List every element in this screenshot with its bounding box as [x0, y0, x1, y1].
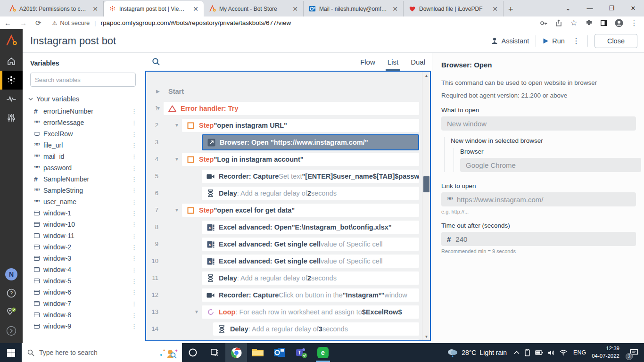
step-row[interactable]: ▶Start	[146, 85, 422, 98]
activity-nav-icon[interactable]	[0, 90, 23, 108]
variable-row[interactable]: window-11⋮	[23, 230, 144, 241]
variable-row[interactable]: window-9⋮	[23, 321, 144, 332]
variable-menu-kebab-icon[interactable]: ⋮	[129, 300, 139, 307]
step-row[interactable]: 14Delay : Add a regular delay of 3 secon…	[146, 322, 422, 336]
browser-tab[interactable]: Download file | iLovePDF✕	[404, 1, 504, 16]
collapse-chevron-down-icon[interactable]: ▼	[174, 123, 179, 128]
chat-app-taskbar-icon[interactable]: e	[312, 343, 334, 362]
variable-menu-kebab-icon[interactable]: ⋮	[129, 119, 139, 126]
variable-row[interactable]: #errorLineNumber⋮	[23, 106, 144, 117]
variable-menu-kebab-icon[interactable]: ⋮	[129, 289, 139, 296]
variable-menu-kebab-icon[interactable]: ⋮	[129, 108, 139, 115]
task-view-icon[interactable]	[204, 343, 225, 362]
step-card[interactable]: Step "open excel for get data"	[182, 204, 419, 217]
collapse-chevron-down-icon[interactable]: ▼	[174, 207, 179, 213]
forward-icon[interactable]: →	[16, 19, 31, 27]
step-card[interactable]: Delay : Add a regular delay of 3 seconds	[213, 322, 419, 336]
close-button[interactable]: Close	[594, 34, 637, 48]
scroll-down-icon[interactable]: ▼	[422, 333, 430, 340]
timeout-input[interactable]: # 240	[441, 232, 636, 246]
run-button[interactable]: Run	[543, 37, 565, 45]
browser-menu-kebab-icon[interactable]: ⋮	[628, 17, 640, 29]
variable-row[interactable]: ””mail_id⋮	[23, 151, 144, 162]
bookmark-star-icon[interactable]: ☆	[568, 17, 580, 29]
variable-row[interactable]: window-3⋮	[23, 253, 144, 264]
your-phone-icon[interactable]	[522, 349, 533, 356]
variable-row[interactable]: ExcelRow⋮	[23, 128, 144, 140]
view-tab-list[interactable]: List	[388, 53, 398, 71]
browser-select[interactable]: Google Chrome	[460, 158, 641, 172]
step-card-selected[interactable]: Browser: Open "https://www.instagram.com…	[202, 134, 419, 150]
step-card[interactable]: Recorder: Capture Set text "[ENTER]$user…	[202, 170, 419, 183]
variable-row[interactable]: ””SampleString⋮	[23, 185, 144, 196]
step-card[interactable]: Error handler: Try	[164, 102, 419, 115]
window-minimize-button[interactable]: —	[579, 0, 601, 16]
volume-icon[interactable]	[545, 350, 557, 356]
scroll-up-icon[interactable]: ▲	[422, 72, 430, 79]
variable-row[interactable]: ””errorMessage⋮	[23, 117, 144, 128]
tab-close-icon[interactable]: ✕	[191, 5, 200, 13]
view-tab-dual[interactable]: Dual	[411, 53, 425, 71]
step-row[interactable]: 10xExcel advanced: Get single cell value…	[146, 255, 422, 268]
bots-nav-icon[interactable]	[0, 71, 23, 90]
variables-search-input[interactable]	[30, 73, 136, 87]
browser-tab[interactable]: My Account - Bot Store✕	[204, 1, 304, 16]
step-card[interactable]: Step "open instagram URL"	[182, 119, 419, 132]
variable-row[interactable]: #SampleNumber⋮	[23, 173, 144, 185]
step-row[interactable]: 5Recorder: Capture Set text "[ENTER]$use…	[146, 170, 422, 183]
variable-row[interactable]: window-7⋮	[23, 298, 144, 309]
scrollbar-thumb[interactable]	[423, 176, 429, 192]
variable-menu-kebab-icon[interactable]: ⋮	[129, 210, 139, 217]
what-to-open-select[interactable]: New window	[441, 116, 636, 131]
variable-menu-kebab-icon[interactable]: ⋮	[129, 232, 139, 239]
variable-menu-kebab-icon[interactable]: ⋮	[129, 266, 139, 273]
variable-row[interactable]: ””file_url⋮	[23, 140, 144, 151]
step-row[interactable]: 4▼Step "Log in instagram account"	[146, 153, 422, 166]
step-row[interactable]: 9xExcel advanced: Get single cell value …	[146, 238, 422, 251]
tab-close-icon[interactable]: ✕	[91, 5, 99, 13]
variable-row[interactable]: window-8⋮	[23, 309, 144, 321]
extensions-puzzle-icon[interactable]	[583, 17, 595, 29]
step-row[interactable]: 15Recorder: Capture Click on button in t…	[146, 339, 422, 341]
step-card[interactable]: Recorder: Capture Click on button in the…	[202, 288, 419, 302]
steps-scrollbar[interactable]: ▲ ▼	[422, 72, 430, 340]
variable-menu-kebab-icon[interactable]: ⋮	[129, 131, 139, 138]
teams-taskbar-icon[interactable]: T	[290, 343, 312, 362]
step-card[interactable]: Delay : Add a regular delay of 2 seconds	[202, 272, 419, 285]
battery-icon[interactable]	[533, 350, 545, 355]
tab-close-icon[interactable]: ✕	[391, 5, 399, 13]
step-card[interactable]: Delay : Add a regular delay of 2 seconds	[202, 187, 419, 200]
profile-avatar-icon[interactable]	[613, 17, 625, 29]
variable-row[interactable]: window-2⋮	[23, 241, 144, 253]
step-row[interactable]: 7▼Step "open excel for get data"	[146, 204, 422, 217]
start-button[interactable]	[0, 343, 22, 362]
step-card[interactable]: Step "Log in instagram account"	[182, 153, 419, 166]
variable-menu-kebab-icon[interactable]: ⋮	[129, 221, 139, 228]
device-status-icon[interactable]	[0, 303, 23, 321]
view-tab-flow[interactable]: Flow	[360, 53, 375, 71]
home-nav-icon[interactable]	[0, 52, 23, 71]
tab-close-icon[interactable]: ✕	[291, 5, 299, 13]
browser-tab[interactable]: Instagram post bot | View Tas✕	[104, 1, 204, 16]
step-row[interactable]: 8xExcel advanced: Open "E:\Instagram_bot…	[146, 221, 422, 234]
collapse-chevron-right-icon[interactable]: ▶	[156, 89, 160, 94]
clock-widget[interactable]: 12:39 04-07-2022	[590, 345, 624, 360]
taskbar-search-box[interactable]: Type here to search	[22, 343, 182, 362]
step-card[interactable]: Loop : For each row in worksheet and ass…	[202, 305, 419, 319]
step-row[interactable]: 13▼Loop : For each row in worksheet and …	[146, 305, 422, 319]
variable-menu-kebab-icon[interactable]: ⋮	[129, 244, 139, 251]
step-card[interactable]: Start	[164, 85, 419, 98]
reload-icon[interactable]: ⟳	[31, 19, 46, 27]
browser-tab[interactable]: Mail - nilesh.muley@omfysg✕	[304, 1, 404, 16]
side-panel-icon[interactable]	[598, 17, 610, 29]
variable-row[interactable]: window-1⋮	[23, 207, 144, 219]
window-restore-button[interactable]: ❐	[601, 0, 622, 16]
your-variables-section-header[interactable]: Your variables	[28, 95, 144, 103]
variable-menu-kebab-icon[interactable]: ⋮	[129, 312, 139, 319]
variable-menu-kebab-icon[interactable]: ⋮	[129, 153, 139, 160]
variable-row[interactable]: window-6⋮	[23, 287, 144, 298]
tab-close-icon[interactable]: ✕	[491, 5, 499, 13]
step-row[interactable]: 6Delay : Add a regular delay of 2 second…	[146, 187, 422, 200]
variable-menu-kebab-icon[interactable]: ⋮	[129, 255, 139, 262]
tray-chevron-up-icon[interactable]	[512, 351, 522, 354]
